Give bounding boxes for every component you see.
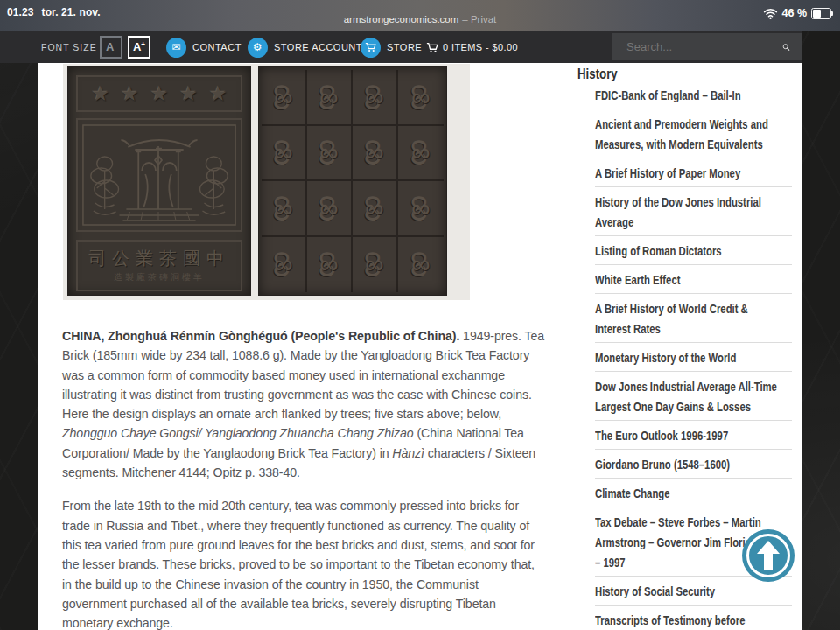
sidebar-item-label: Monetary History of the World [595, 347, 736, 368]
star-icon: ★ [179, 84, 198, 104]
article-paragraph-1: CHINA, Zhōnghuá Rénmín Gònghéguó (People… [62, 326, 575, 482]
brick-segment: ∞∞ [353, 70, 398, 126]
sidebar-item[interactable]: Giordano Bruno (1548–1600) [595, 450, 792, 479]
sidebar-item[interactable]: A Brief History of World Credit & Intere… [595, 294, 792, 343]
sidebar-item[interactable]: Monetary History of the World [595, 343, 792, 372]
brick-segment: ∞∞ [262, 181, 307, 237]
site-toolbar: FONT SIZE A- A+ ✉ CONTACT ⚙ STORE ACCOUN… [0, 32, 802, 63]
brick-segment: ∞∞ [307, 126, 353, 182]
tea-brick-back: ∞∞∞∞∞∞∞∞∞∞∞∞∞∞∞∞∞∞∞∞∞∞∞∞∞∞∞∞∞∞∞∞ [258, 66, 447, 296]
battery-icon [811, 8, 831, 19]
scroll-to-top-button[interactable] [742, 529, 794, 582]
sidebar-item-label: Ancient and Premodern Weights and Measur… [595, 114, 768, 154]
brick-segment: ∞∞ [398, 126, 444, 182]
sidebar-item-label: Listing of Roman Dictators [595, 241, 722, 261]
cart-icon-small [426, 42, 438, 53]
star-icon: ★ [150, 84, 169, 104]
brick-segment: ∞∞ [353, 181, 398, 237]
sidebar-item-label: Transcripts of Testimony before [595, 610, 745, 630]
browser-page-title: armstrongeconomics.com– Privat [0, 14, 840, 24]
article-segment-italic: Zhongguo Chaye Gongsi/ Yanglaodong Zhuan… [62, 425, 414, 440]
sidebar-item-label: History of the Dow Jones Industrial Aver… [595, 192, 761, 232]
star-icon: ★ [121, 84, 139, 104]
envelope-icon: ✉ [166, 38, 186, 58]
font-decrease-button[interactable]: A- [100, 36, 122, 59]
sidebar-item[interactable]: Dow Jones Industrial Average All-Time La… [595, 372, 792, 421]
sidebar-item[interactable]: Transcripts of Testimony before [595, 606, 792, 630]
font-increase-button[interactable]: A+ [128, 36, 150, 59]
sidebar-item[interactable]: History of the Dow Jones Industrial Aver… [595, 187, 792, 236]
brick-segment: ∞∞ [307, 237, 353, 293]
sidebar-item-label: Giordano Bruno (1548–1600) [595, 454, 730, 474]
sidebar-item[interactable]: White Earth Effect [595, 265, 792, 294]
sidebar-item[interactable]: Ancient and Premodern Weights and Measur… [595, 109, 792, 158]
search-box[interactable] [612, 33, 802, 60]
article-paragraph-2: From the late 19th to the mid 20th centu… [62, 496, 575, 630]
up-arrow-icon [757, 541, 780, 570]
brick-segment: ∞∞ [262, 237, 307, 293]
star-icon: ★ [91, 84, 109, 104]
cart-icon [360, 38, 381, 58]
brick-inscription: 司公業茶國中 造製廠茶磚洞樓羊 [76, 240, 242, 291]
sidebar-item-label: White Earth Effect [595, 270, 680, 290]
search-input[interactable] [625, 39, 782, 54]
sidebar-item[interactable]: Climate Change [595, 479, 792, 508]
star-icon: ★ [209, 84, 228, 104]
brick-segment: ∞∞ [307, 70, 353, 126]
sidebar-item-label: FDIC-Bank of England – Bail-In [595, 85, 741, 105]
brick-segment: ∞∞ [398, 70, 444, 126]
cart-summary[interactable]: 0 ITEMS - $0.00 [426, 32, 518, 63]
sidebar-item-label: Climate Change [595, 483, 670, 503]
brick-stars-band: ★★★★★ [76, 75, 242, 112]
sidebar-item-label: A Brief History of Paper Money [595, 163, 740, 183]
sidebar-item-label: History of Social Security [595, 581, 715, 601]
contact-link[interactable]: ✉ CONTACT [166, 32, 242, 63]
tea-brick-front: ★★★★★ [67, 66, 251, 296]
brick-segment: ∞∞ [353, 237, 398, 293]
brick-segment: ∞∞ [262, 126, 307, 182]
battery-percent: 46 % [782, 7, 808, 19]
sidebar-item-label: Dow Jones Industrial Average All-Time La… [595, 376, 777, 416]
search-icon[interactable] [782, 38, 790, 57]
sidebar-item[interactable]: FDIC-Bank of England – Bail-In [595, 80, 792, 109]
wifi-icon [763, 8, 778, 19]
main-content: ★★★★★ [38, 63, 802, 630]
brick-segment: ∞∞ [398, 237, 444, 293]
sidebar-item[interactable]: The Euro Outlook 1996-1997 [595, 421, 792, 450]
font-size-label: FONT SIZE [41, 42, 97, 52]
sidebar-item-label: A Brief History of World Credit & Intere… [595, 298, 748, 339]
sidebar-item-label: The Euro Outlook 1996-1997 [595, 425, 728, 445]
article-text: CHINA, Zhōnghuá Rénmín Gònghéguó (People… [62, 326, 575, 630]
brick-arch-panel [76, 118, 242, 232]
brick-segment-grid: ∞∞∞∞∞∞∞∞∞∞∞∞∞∞∞∞∞∞∞∞∞∞∞∞∞∞∞∞∞∞∞∞ [262, 70, 444, 292]
brick-segment: ∞∞ [353, 126, 398, 182]
article-segment-italic: Hànzì [392, 445, 424, 460]
gear-icon: ⚙ [248, 38, 268, 58]
status-bar: 01.23tor. 21. nov. armstrongeconomics.co… [0, 0, 840, 32]
store-link[interactable]: STORE [360, 32, 422, 63]
brick-segment: ∞∞ [398, 181, 444, 237]
brick-segment: ∞∞ [262, 70, 307, 126]
sidebar-item[interactable]: Listing of Roman Dictators [595, 236, 792, 265]
sidebar-history: History FDIC-Bank of England – Bail-InAn… [578, 66, 802, 83]
sidebar-item[interactable]: A Brief History of Paper Money [595, 158, 792, 187]
tea-brick-image: ★★★★★ [63, 64, 470, 300]
article-segment-bold: CHINA, Zhōnghuá Rénmín Gònghéguó (People… [62, 328, 459, 343]
store-account-link[interactable]: ⚙ STORE ACCOUNT [248, 32, 362, 63]
brick-segment: ∞∞ [307, 181, 353, 237]
